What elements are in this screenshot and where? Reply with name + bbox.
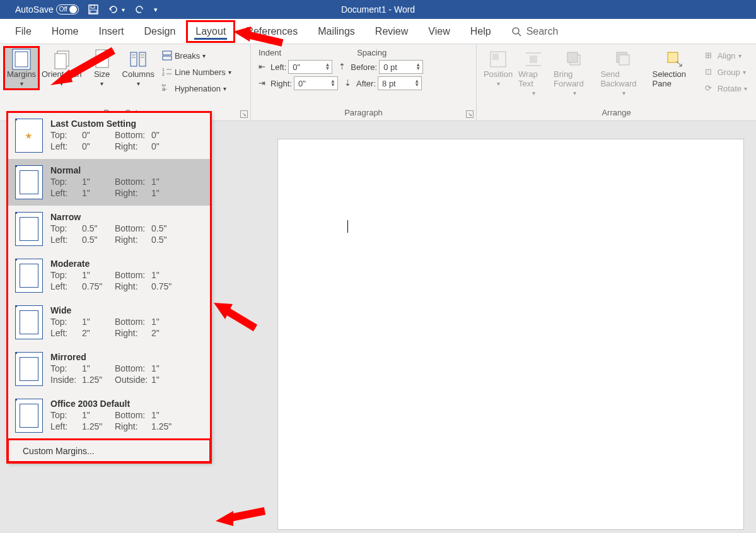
search-icon bbox=[511, 26, 521, 37]
svg-rect-2 bbox=[90, 10, 96, 13]
tab-view[interactable]: View bbox=[419, 21, 458, 42]
margins-button[interactable]: Margins▾ bbox=[4, 47, 39, 90]
autosave-toggle[interactable]: AutoSave Off bbox=[13, 3, 81, 16]
tab-file[interactable]: File bbox=[6, 21, 40, 42]
margin-option-mirrored[interactable]: MirroredTop:1"Bottom:1"Inside:1.25"Outsi… bbox=[8, 346, 211, 392]
arrange-label: Arrange bbox=[480, 108, 752, 119]
send-backward-icon bbox=[614, 49, 634, 69]
paragraph-dialog-launcher[interactable]: ↘ bbox=[466, 110, 474, 118]
tab-mailings[interactable]: Mailings bbox=[309, 21, 364, 42]
selection-pane-icon bbox=[665, 49, 685, 69]
bring-forward-button: Bring Forward▾ bbox=[551, 47, 598, 99]
redo-icon bbox=[134, 4, 145, 15]
margin-thumb-icon bbox=[15, 352, 43, 386]
tab-review[interactable]: Review bbox=[366, 21, 417, 42]
group-page-setup: Margins▾ Orientation▾ Size▾ Columns▾ Bre… bbox=[0, 44, 251, 120]
svg-text:bc: bc bbox=[162, 83, 166, 87]
margin-option-title: Last Custom Setting bbox=[50, 119, 136, 129]
columns-icon bbox=[128, 49, 148, 69]
hyphenation-icon: a-bc bbox=[162, 83, 172, 93]
tab-design[interactable]: Design bbox=[135, 21, 184, 42]
paragraph-label: Paragraph bbox=[255, 108, 472, 119]
breaks-icon bbox=[162, 50, 172, 61]
indent-right-icon: ⇥ bbox=[259, 78, 269, 88]
columns-button[interactable]: Columns▾ bbox=[120, 47, 157, 90]
align-button: ⊞Align▾ bbox=[702, 49, 750, 62]
search-box[interactable]: Search bbox=[503, 21, 567, 42]
save-icon bbox=[88, 4, 99, 15]
group-button: ⊡Group▾ bbox=[702, 66, 750, 78]
margin-thumb-icon: ★ bbox=[15, 119, 43, 153]
svg-text:1: 1 bbox=[162, 67, 165, 72]
bring-forward-icon bbox=[564, 49, 584, 69]
svg-marker-35 bbox=[50, 69, 73, 85]
space-before-input[interactable]: 0 pt▲▼ bbox=[379, 60, 423, 74]
margin-option-normal[interactable]: NormalTop:1"Bottom:1"Left:1"Right:1" bbox=[8, 159, 211, 206]
tab-help[interactable]: Help bbox=[462, 21, 500, 42]
svg-rect-30 bbox=[567, 52, 578, 62]
margin-option-title: Normal bbox=[50, 165, 81, 175]
position-button: Position▾ bbox=[480, 47, 516, 90]
svg-line-4 bbox=[518, 33, 521, 36]
wrap-text-button: Wrap Text▾ bbox=[516, 47, 551, 99]
margin-option-title: Moderate bbox=[50, 259, 90, 269]
wrap-text-icon bbox=[523, 49, 544, 69]
qat-customize[interactable]: ▾ bbox=[151, 4, 160, 15]
margin-option-moderate[interactable]: ModerateTop:1"Bottom:1"Left:0.75"Right:0… bbox=[8, 252, 211, 299]
margins-dropdown: ★Last Custom SettingTop:0"Bottom:0"Left:… bbox=[7, 112, 211, 463]
tab-insert[interactable]: Insert bbox=[90, 21, 132, 42]
margin-option-last-custom-setting[interactable]: ★Last Custom SettingTop:0"Bottom:0"Left:… bbox=[8, 112, 211, 159]
title-bar: AutoSave Off ▾ ▾ Document1 - Word bbox=[0, 0, 756, 19]
margin-thumb-icon bbox=[15, 212, 43, 246]
indent-heading: Indent bbox=[259, 48, 281, 57]
space-after-input[interactable]: 8 pt▲▼ bbox=[378, 76, 422, 90]
svg-rect-11 bbox=[139, 52, 146, 66]
svg-line-36 bbox=[245, 34, 282, 43]
svg-marker-37 bbox=[233, 26, 251, 42]
autosave-pill-icon: Off bbox=[56, 4, 79, 15]
space-after-icon: ⇣ bbox=[344, 78, 354, 88]
group-icon: ⊡ bbox=[705, 67, 715, 77]
undo-icon bbox=[108, 4, 119, 15]
margin-thumb-icon bbox=[15, 165, 43, 199]
margin-thumb-icon bbox=[15, 259, 43, 293]
svg-rect-26 bbox=[530, 56, 537, 63]
selection-pane-button[interactable]: Selection Pane bbox=[650, 47, 700, 91]
svg-rect-32 bbox=[619, 55, 629, 65]
custom-margins-button[interactable]: Custom Margins... bbox=[8, 439, 211, 462]
search-label: Search bbox=[526, 26, 559, 37]
spacing-heading: Spacing bbox=[357, 48, 387, 57]
annotation-arrow bbox=[44, 44, 120, 88]
svg-marker-41 bbox=[216, 511, 233, 526]
position-icon bbox=[488, 49, 508, 69]
redo-button[interactable] bbox=[131, 3, 148, 16]
svg-rect-16 bbox=[163, 51, 172, 55]
indent-left-input[interactable]: 0"▲▼ bbox=[288, 60, 332, 74]
document-canvas[interactable] bbox=[277, 139, 744, 530]
rotate-button: ⟳Rotate▾ bbox=[702, 82, 750, 95]
indent-right-input[interactable]: 0"▲▼ bbox=[294, 76, 338, 90]
svg-rect-25 bbox=[492, 54, 499, 60]
margin-thumb-icon bbox=[15, 399, 43, 433]
autosave-label: AutoSave bbox=[15, 4, 54, 15]
hyphenation-button[interactable]: a-bcHyphenation▾ bbox=[160, 82, 234, 95]
svg-text:2: 2 bbox=[162, 72, 165, 76]
margin-option-title: Wide bbox=[50, 305, 71, 315]
align-icon: ⊞ bbox=[705, 50, 715, 61]
undo-button[interactable]: ▾ bbox=[105, 3, 127, 16]
rotate-icon: ⟳ bbox=[705, 83, 715, 93]
margin-option-wide[interactable]: WideTop:1"Bottom:1"Left:2"Right:2" bbox=[8, 299, 211, 346]
save-button[interactable] bbox=[85, 3, 102, 16]
tab-layout[interactable]: Layout bbox=[187, 21, 235, 42]
margin-thumb-icon bbox=[15, 305, 43, 339]
group-arrange: Position▾ Wrap Text▾ Bring Forward▾ Send… bbox=[477, 44, 756, 120]
tab-home[interactable]: Home bbox=[43, 21, 88, 42]
margin-option-office-2003-default[interactable]: Office 2003 DefaultTop:1"Bottom:1"Left:1… bbox=[8, 392, 211, 439]
page-setup-dialog-launcher[interactable]: ↘ bbox=[240, 110, 248, 118]
svg-rect-10 bbox=[131, 52, 137, 66]
breaks-button[interactable]: Breaks▾ bbox=[160, 49, 234, 62]
send-backward-button: Send Backward▾ bbox=[598, 47, 649, 99]
margin-option-narrow[interactable]: NarrowTop:0.5"Bottom:0.5"Left:0.5"Right:… bbox=[8, 206, 211, 252]
line-numbers-button[interactable]: 12Line Numbers▾ bbox=[160, 66, 234, 78]
margins-icon bbox=[11, 49, 32, 69]
